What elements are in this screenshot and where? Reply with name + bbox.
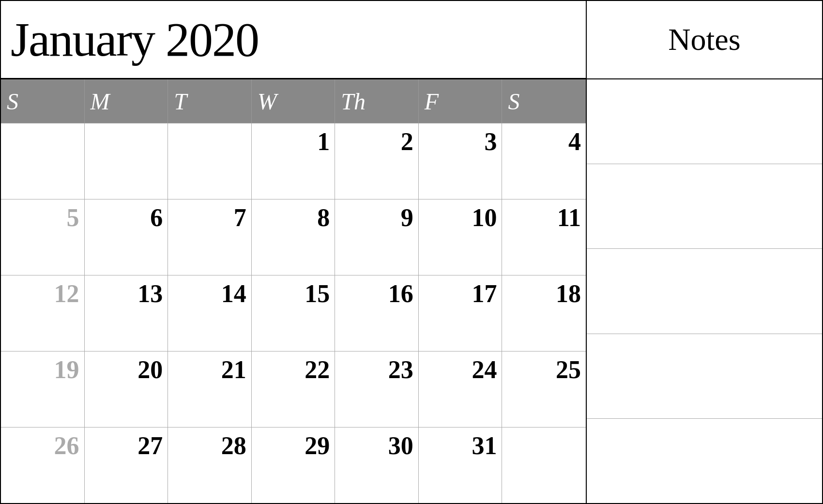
day-cell[interactable]: 13 — [85, 275, 168, 351]
day-cell[interactable]: 31 — [419, 427, 503, 503]
day-cell[interactable]: 14 — [168, 275, 252, 351]
notes-panel: Notes — [587, 1, 822, 503]
day-cell[interactable]: 23 — [335, 351, 419, 427]
day-cell[interactable]: 15 — [252, 275, 335, 351]
notes-row[interactable] — [587, 334, 822, 419]
day-cell[interactable]: 1 — [252, 123, 335, 199]
day-cell[interactable]: 22 — [252, 351, 335, 427]
day-cell[interactable]: 11 — [502, 199, 586, 275]
days-header: SMTWThFS — [1, 79, 586, 123]
day-number: 14 — [173, 279, 246, 308]
day-cell[interactable]: 28 — [168, 427, 252, 503]
day-number: 9 — [340, 203, 413, 232]
day-number: 24 — [424, 355, 497, 384]
day-cell[interactable]: 9 — [335, 199, 419, 275]
day-number: 25 — [507, 355, 581, 384]
day-cell[interactable]: 8 — [252, 199, 335, 275]
notes-rows — [587, 79, 822, 503]
day-cell[interactable]: 3 — [419, 123, 503, 199]
day-number: 6 — [90, 203, 163, 232]
notes-row[interactable] — [587, 164, 822, 249]
day-header-cell: W — [252, 79, 335, 123]
calendar-title: January 2020 — [11, 12, 259, 67]
day-number: 31 — [424, 431, 497, 460]
day-number: 22 — [257, 355, 330, 384]
day-cell[interactable]: 26 — [1, 427, 85, 503]
day-cell[interactable]: 29 — [252, 427, 335, 503]
calendar-header: January 2020 — [1, 1, 586, 79]
day-number: 29 — [257, 431, 330, 460]
day-number: 23 — [340, 355, 413, 384]
day-number: 18 — [507, 279, 581, 308]
notes-row[interactable] — [587, 249, 822, 334]
day-number: 4 — [507, 127, 581, 156]
day-cell[interactable]: 17 — [419, 275, 503, 351]
day-cell[interactable]: 7 — [168, 199, 252, 275]
notes-header: Notes — [587, 1, 822, 79]
day-number: 17 — [424, 279, 497, 308]
day-number: 8 — [257, 203, 330, 232]
day-number: 1 — [257, 127, 330, 156]
notes-title: Notes — [668, 22, 740, 58]
day-cell[interactable]: 5 — [1, 199, 85, 275]
notes-row[interactable] — [587, 419, 822, 503]
day-cell[interactable]: 20 — [85, 351, 168, 427]
day-cell[interactable] — [1, 123, 85, 199]
calendar-grid: 1234567891011121314151617181920212223242… — [1, 123, 586, 503]
notes-row[interactable] — [587, 79, 822, 164]
day-number: 5 — [6, 203, 79, 232]
day-cell[interactable]: 24 — [419, 351, 503, 427]
day-number: 2 — [340, 127, 413, 156]
day-header-cell: S — [1, 79, 85, 123]
day-number: 19 — [6, 355, 79, 384]
day-cell[interactable]: 6 — [85, 199, 168, 275]
day-number: 16 — [340, 279, 413, 308]
day-cell[interactable] — [502, 427, 586, 503]
day-cell[interactable] — [168, 123, 252, 199]
day-number: 10 — [424, 203, 497, 232]
day-number: 20 — [90, 355, 163, 384]
day-number: 3 — [424, 127, 497, 156]
day-number: 7 — [173, 203, 246, 232]
day-cell[interactable]: 16 — [335, 275, 419, 351]
day-number: 28 — [173, 431, 246, 460]
day-cell[interactable]: 10 — [419, 199, 503, 275]
day-header-cell: S — [502, 79, 586, 123]
day-cell[interactable]: 21 — [168, 351, 252, 427]
calendar-wrapper: January 2020 SMTWThFS 123456789101112131… — [0, 0, 823, 504]
day-number: 30 — [340, 431, 413, 460]
day-cell[interactable]: 25 — [502, 351, 586, 427]
day-number: 27 — [90, 431, 163, 460]
calendar-main: January 2020 SMTWThFS 123456789101112131… — [1, 1, 587, 503]
day-number: 13 — [90, 279, 163, 308]
day-cell[interactable]: 12 — [1, 275, 85, 351]
day-cell[interactable] — [85, 123, 168, 199]
day-cell[interactable]: 30 — [335, 427, 419, 503]
day-cell[interactable]: 2 — [335, 123, 419, 199]
day-cell[interactable]: 19 — [1, 351, 85, 427]
day-number: 21 — [173, 355, 246, 384]
day-number: 26 — [6, 431, 79, 460]
day-header-cell: T — [168, 79, 252, 123]
day-number: 11 — [507, 203, 581, 232]
day-header-cell: Th — [335, 79, 419, 123]
day-header-cell: M — [85, 79, 168, 123]
day-cell[interactable]: 4 — [502, 123, 586, 199]
day-header-cell: F — [419, 79, 503, 123]
day-number: 12 — [6, 279, 79, 308]
day-cell[interactable]: 18 — [502, 275, 586, 351]
day-number: 15 — [257, 279, 330, 308]
day-cell[interactable]: 27 — [85, 427, 168, 503]
